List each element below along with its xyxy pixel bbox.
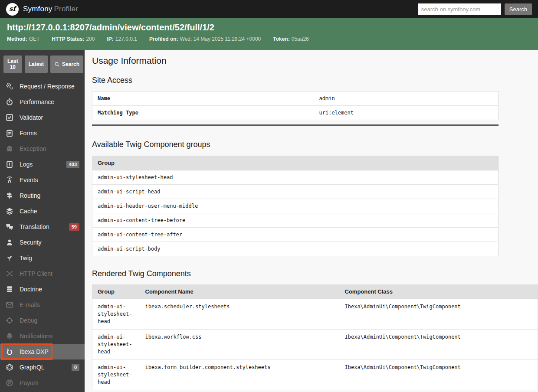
sidebar-item-translation[interactable]: Translation59 — [0, 219, 85, 235]
row-label: Name — [92, 91, 314, 106]
table-row: admin-ui-stylesheet-headibexa.workflow.c… — [92, 330, 538, 360]
component-name-cell: ibexa.workflow.css — [140, 330, 340, 360]
meta-value: GET — [29, 36, 40, 42]
group-cell: admin-ui-stylesheet-head — [92, 170, 499, 185]
meta-label: Token: — [273, 36, 289, 42]
table-row: admin-ui-content-tree-before — [92, 213, 499, 228]
table-row: admin-ui-header-user-menu-middle — [92, 199, 499, 213]
row-value: admin — [314, 91, 499, 106]
sidebar-item-label: Events — [20, 176, 38, 183]
site-access-section: Site Access NameadminMatching Typeuri:el… — [92, 76, 538, 126]
rendered-components-heading: Rendered Twig Components — [92, 270, 538, 278]
request-meta-item: Method:GET — [7, 36, 39, 42]
clipboard-icon — [5, 129, 14, 137]
component-name-cell: ibexa.scheduler.stylesheets — [140, 299, 340, 330]
sidebar-item-events[interactable]: Events — [0, 172, 85, 188]
sidebar-search-button[interactable]: Search — [50, 56, 83, 73]
table-row: Nameadmin — [92, 91, 499, 106]
brand-suffix: Profiler — [54, 5, 78, 13]
sidebar-item-label: Ibexa DXP — [20, 348, 49, 355]
request-meta: Method:GETHTTP Status:200IP:127.0.0.1Pro… — [7, 36, 531, 42]
count-badge: 403 — [66, 161, 79, 168]
sidebar-item-routing[interactable]: Routing — [0, 188, 85, 203]
button-label: Last 10 — [7, 58, 18, 70]
sidebar-item-e-mails[interactable]: E-mails — [0, 297, 85, 313]
sidebar-item-graphql[interactable]: GraphQL0 — [0, 359, 85, 375]
sidebar-item-label: GraphQL — [20, 364, 45, 371]
sidebar-item-label: Doctrine — [20, 286, 42, 293]
meta-value: 05aa26 — [292, 36, 309, 42]
sidebar-last-10-button[interactable]: Last 10 — [3, 56, 22, 73]
search-input[interactable] — [418, 3, 501, 15]
sidebar-item-payum[interactable]: Payum — [0, 375, 85, 391]
group-cell: admin-ui-stylesheet-head — [92, 330, 140, 360]
site-access-heading: Site Access — [92, 76, 538, 84]
crosshair-icon — [5, 317, 14, 324]
ghost-icon — [5, 145, 14, 153]
sidebar-item-label: E-mails — [20, 301, 40, 308]
sidebar-item-label: HTTP Client — [20, 270, 52, 277]
sidebar-item-cache[interactable]: Cache — [0, 203, 85, 219]
request-url: http://127.0.0.1:8207/admin/view/content… — [7, 22, 531, 33]
meta-label: Method: — [7, 36, 27, 42]
gears-icon — [5, 82, 14, 90]
group-cell: admin-ui-header-user-menu-middle — [92, 199, 499, 213]
sidebar-item-doctrine[interactable]: Doctrine — [0, 281, 85, 297]
sidebar-item-request-response[interactable]: Request / Response — [0, 78, 85, 94]
sidebar-item-logs[interactable]: Logs403 — [0, 157, 85, 172]
sidebar-item-forms[interactable]: Forms — [0, 125, 85, 141]
count-badge: 0 — [72, 364, 79, 371]
page-title: Usage Information — [92, 56, 538, 65]
sidebar-item-label: Logs — [20, 161, 33, 168]
stopwatch-icon — [5, 98, 14, 106]
sidebar-item-notifications[interactable]: Notifications — [0, 328, 85, 344]
row-value: uri:element — [314, 106, 499, 120]
person-icon — [5, 238, 14, 246]
table-row: Matching Typeuri:element — [92, 106, 499, 120]
sidebar-item-security[interactable]: Security — [0, 235, 85, 250]
sidebar-item-debug[interactable]: Debug — [0, 313, 85, 328]
sidebar-item-label: Security — [20, 239, 42, 246]
search-button[interactable]: Search — [505, 3, 532, 15]
group-cell: admin-ui-content-tree-before — [92, 213, 499, 228]
profiler-topbar: sf SymfonyProfiler Search — [0, 0, 538, 18]
meta-label: Profiled on: — [149, 36, 178, 42]
logo-glyph: sf — [9, 6, 16, 12]
molecule-icon — [5, 270, 14, 278]
sidebar-item-validator[interactable]: Validator — [0, 110, 85, 125]
twig-groups-table: Group admin-ui-stylesheet-headadmin-ui-s… — [92, 156, 499, 256]
sidebar-item-http-client[interactable]: HTTP Client — [0, 266, 85, 281]
column-header-component-class: Component Class — [340, 285, 538, 299]
twig-icon — [5, 254, 14, 262]
table-header-row: GroupComponent NameComponent Class — [92, 285, 538, 299]
sidebar-item-performance[interactable]: Performance — [0, 94, 85, 110]
sidebar-latest-button[interactable]: Latest — [25, 56, 48, 73]
bell-icon — [5, 332, 14, 340]
rendered-components-section: Rendered Twig Components GroupComponent … — [92, 270, 538, 390]
group-cell: admin-ui-script-body — [92, 242, 499, 256]
sidebar-item-label: Exception — [20, 145, 46, 152]
layers-icon — [5, 207, 14, 215]
sidebar-item-exception[interactable]: Exception — [0, 141, 85, 157]
sidebar-item-twig[interactable]: Twig — [0, 250, 85, 266]
sidebar-item-label: Validator — [20, 114, 43, 121]
sidebar-item-label: Debug — [20, 317, 37, 324]
meta-label: HTTP Status: — [52, 36, 84, 42]
table-row: admin-ui-stylesheet-headibexa.scheduler.… — [92, 299, 538, 330]
component-name-cell: ibexa.form_builder.component.stylesheets — [140, 360, 340, 390]
profiler-menu: Request / ResponsePerformanceValidatorFo… — [0, 78, 85, 391]
meta-value: 127.0.0.1 — [115, 36, 137, 42]
component-class-cell: Ibexa\AdminUi\Component\TwigComponent — [340, 360, 538, 390]
group-cell: admin-ui-stylesheet-head — [92, 360, 140, 390]
request-meta-item: IP:127.0.0.1 — [107, 36, 137, 42]
site-access-table: NameadminMatching Typeuri:element — [92, 91, 499, 120]
sidebar-item-label: Notifications — [20, 333, 52, 340]
meta-label: IP: — [107, 36, 113, 42]
table-row: admin-ui-script-body — [92, 242, 499, 256]
request-meta-item: Token:05aa26 — [273, 36, 309, 42]
payum-icon — [5, 379, 14, 387]
sidebar-item-label: Translation — [20, 223, 49, 230]
count-badge: 59 — [69, 223, 79, 231]
sidebar-item-ibexa-dxp[interactable]: Ibexa DXP — [0, 344, 85, 359]
button-label: Search — [62, 61, 79, 67]
